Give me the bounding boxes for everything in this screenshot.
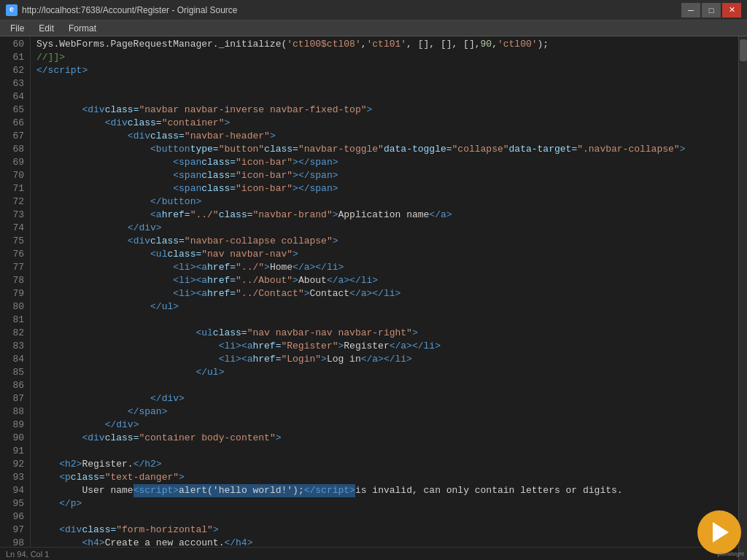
title-bar: e http://localhost:7638/Account/Register… (0, 0, 747, 20)
source-code[interactable]: Sys.WebForms.PageRequestManager._initial… (31, 36, 738, 560)
minimize-button[interactable]: ─ (681, 3, 700, 18)
code-container: 60 61 62 63 64 65 66 67 68 69 70 71 72 7… (0, 36, 747, 560)
code-line-88: </span> (36, 405, 738, 419)
code-line-97: <div class="form-horizontal"> (36, 524, 738, 537)
code-line-84: <li><a href="Login">Log in</a></li> (36, 353, 738, 366)
code-line-76: <ul class="nav navbar-nav"> (36, 248, 738, 261)
status-bar: Ln 94, Col 1 (0, 547, 738, 560)
code-line-94: User name <script>alert('hello world!');… (36, 484, 738, 497)
code-line-92: <h2>Register.</h2> (36, 458, 738, 471)
code-line-90: <div class="container body-content"> (36, 432, 738, 445)
code-line-79: <li><a href="../Contact">Contact</a></li… (36, 287, 738, 300)
code-line-86 (36, 379, 738, 392)
code-line-68: <button type="button" class="navbar-togg… (36, 143, 738, 156)
cursor-position: Ln 94, Col 1 (6, 550, 49, 559)
code-line-70: <span class="icon-bar"></span> (36, 169, 738, 182)
line-numbers: 60 61 62 63 64 65 66 67 68 69 70 71 72 7… (0, 36, 31, 560)
code-line-91 (36, 445, 738, 458)
code-line-74: </div> (36, 222, 738, 235)
code-line-73: <a href="../" class="navbar-brand">Appli… (36, 209, 738, 222)
code-line-64 (36, 90, 738, 104)
pluralsight-label: pluralsight (718, 551, 744, 557)
title-bar-left: e http://localhost:7638/Account/Register… (6, 4, 238, 16)
code-line-80: </ul> (36, 300, 738, 314)
play-icon (713, 522, 729, 542)
code-line-75: <div class="navbar-collapse collapse"> (36, 235, 738, 248)
code-line-85: </ul> (36, 366, 738, 379)
code-line-87: </div> (36, 392, 738, 405)
close-button[interactable]: ✕ (722, 3, 741, 18)
vertical-scrollbar[interactable] (738, 36, 747, 560)
code-line-60: Sys.WebForms.PageRequestManager._initial… (36, 38, 738, 51)
code-line-72: </button> (36, 195, 738, 209)
window-title: http://localhost:7638/Account/Register -… (22, 5, 238, 15)
maximize-button[interactable]: □ (702, 3, 721, 18)
menu-format[interactable]: Format (61, 22, 104, 35)
code-line-83: <li><a href="Register">Register</a></li> (36, 340, 738, 353)
code-line-65: <div class="navbar navbar-inverse navbar… (36, 104, 738, 117)
code-line-69: <span class="icon-bar"></span> (36, 156, 738, 169)
code-line-82: <ul class="nav navbar-nav navbar-right"> (36, 327, 738, 340)
code-line-66: <div class="container"> (36, 117, 738, 130)
code-line-95: </p> (36, 497, 738, 510)
code-line-63 (36, 77, 738, 90)
code-line-81 (36, 314, 738, 327)
menu-bar: File Edit Format (0, 20, 747, 36)
code-line-78: <li><a href="../About">About</a></li> (36, 274, 738, 287)
window-controls[interactable]: ─ □ ✕ (681, 3, 741, 18)
scrollbar-thumb[interactable] (740, 39, 747, 61)
code-line-89: </div> (36, 419, 738, 432)
code-line-61: //]]> (36, 51, 738, 64)
pluralsight-badge[interactable] (697, 510, 741, 554)
code-line-62: </script> (36, 64, 738, 77)
app-icon: e (6, 4, 18, 16)
code-line-96 (36, 510, 738, 524)
code-line-71: <span class="icon-bar"></span> (36, 182, 738, 195)
menu-file[interactable]: File (3, 22, 31, 35)
menu-edit[interactable]: Edit (31, 22, 61, 35)
code-line-77: <li><a href="../">Home</a></li> (36, 261, 738, 274)
code-line-93: <p class="text-danger"> (36, 471, 738, 484)
code-line-67: <div class="navbar-header"> (36, 130, 738, 143)
